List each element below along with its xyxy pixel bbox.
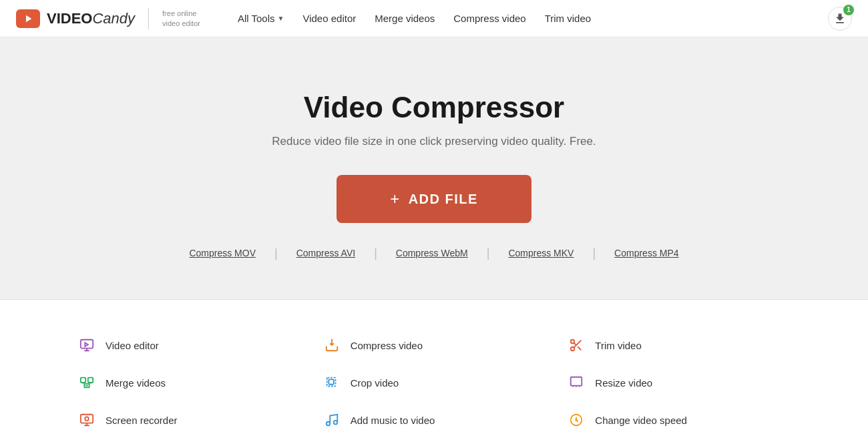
nav-video-editor-label: Video editor <box>302 13 356 24</box>
svg-point-1 <box>571 340 575 344</box>
video-editor-icon <box>77 336 96 355</box>
nav-merge-videos-label: Merge videos <box>375 13 435 24</box>
tool-resize-video[interactable]: Resize video <box>556 364 801 401</box>
tool-merge-videos[interactable]: Merge videos <box>67 364 312 401</box>
download-badge: 1 <box>843 5 854 15</box>
format-webm[interactable]: Compress WebM <box>377 248 487 258</box>
format-links: Compress MOV | Compress AVI | Compress W… <box>13 247 855 259</box>
format-mov[interactable]: Compress MOV <box>170 248 274 258</box>
svg-point-2 <box>571 347 575 351</box>
svg-rect-7 <box>329 379 333 384</box>
merge-videos-icon <box>77 373 96 392</box>
tool-add-music[interactable]: Add music to video <box>312 401 557 439</box>
tool-compress-video[interactable]: Compress video <box>312 326 557 364</box>
tool-compress-video-label: Compress video <box>351 340 423 351</box>
svg-point-14 <box>576 419 577 421</box>
page-title: Video Compressor <box>13 91 855 124</box>
svg-rect-8 <box>571 377 582 386</box>
add-music-icon <box>322 411 341 429</box>
logo-candy: Candy <box>92 10 135 27</box>
nav-video-editor[interactable]: Video editor <box>302 13 356 24</box>
tool-crop-video[interactable]: Crop video <box>312 364 557 401</box>
nav-compress-video-label: Compress video <box>453 13 525 24</box>
nav-trim-video[interactable]: Trim video <box>545 13 591 24</box>
svg-rect-9 <box>81 415 93 423</box>
logo-tagline: free online video editor <box>162 9 200 28</box>
change-speed-icon <box>567 411 586 429</box>
logo-text: VIDEOCandy <box>47 10 135 27</box>
screen-recorder-icon <box>77 411 96 429</box>
nav-compress-video[interactable]: Compress video <box>453 13 525 24</box>
svg-point-12 <box>333 421 337 425</box>
tools-section: Video editor Compress video Trim video <box>0 300 868 444</box>
add-file-label: ADD FILE <box>409 192 478 207</box>
nav-all-tools-label: All Tools <box>238 13 275 24</box>
format-avi[interactable]: Compress AVI <box>278 248 374 258</box>
download-button[interactable]: 1 <box>828 7 852 31</box>
tool-crop-video-label: Crop video <box>351 377 399 389</box>
add-file-button[interactable]: + ADD FILE <box>337 175 531 223</box>
logo-icon <box>16 9 40 28</box>
chevron-down-icon: ▼ <box>278 15 284 22</box>
svg-point-11 <box>326 422 330 426</box>
svg-rect-4 <box>88 378 93 383</box>
tool-add-music-label: Add music to video <box>351 415 435 426</box>
tool-screen-recorder-label: Screen recorder <box>105 415 178 426</box>
logo-divider <box>148 8 149 29</box>
format-mp4[interactable]: Compress MP4 <box>596 248 697 258</box>
tool-video-editor-label: Video editor <box>105 340 159 351</box>
nav-right: 1 <box>828 7 852 31</box>
compress-video-icon <box>322 336 341 355</box>
trim-video-icon <box>567 336 586 355</box>
tool-trim-video[interactable]: Trim video <box>556 326 801 364</box>
navbar: VIDEOCandy free online video editor All … <box>0 0 868 37</box>
logo: VIDEOCandy free online video editor <box>16 8 200 29</box>
tool-screen-recorder[interactable]: Screen recorder <box>67 401 312 439</box>
nav-merge-videos[interactable]: Merge videos <box>375 13 435 24</box>
hero-section: Video Compressor Reduce video file size … <box>0 37 868 300</box>
nav-trim-video-label: Trim video <box>545 13 591 24</box>
logo-video: VIDEO <box>47 10 92 27</box>
hero-subtitle: Reduce video file size in one click pres… <box>13 135 855 148</box>
crop-video-icon <box>322 373 341 392</box>
tool-change-speed-label: Change video speed <box>595 415 687 426</box>
format-mkv[interactable]: Compress MKV <box>489 248 592 258</box>
plus-icon: + <box>390 190 401 208</box>
svg-point-10 <box>85 417 89 421</box>
nav-all-tools[interactable]: All Tools ▼ <box>238 13 284 24</box>
tool-merge-videos-label: Merge videos <box>105 377 166 389</box>
nav-links: All Tools ▼ Video editor Merge videos Co… <box>238 13 807 24</box>
resize-video-icon <box>567 373 586 392</box>
tool-resize-video-label: Resize video <box>595 377 652 389</box>
tools-grid: Video editor Compress video Trim video <box>67 326 801 439</box>
tool-video-editor[interactable]: Video editor <box>67 326 312 364</box>
tool-change-speed[interactable]: Change video speed <box>556 401 801 439</box>
svg-rect-3 <box>81 378 85 383</box>
tool-trim-video-label: Trim video <box>595 340 641 351</box>
